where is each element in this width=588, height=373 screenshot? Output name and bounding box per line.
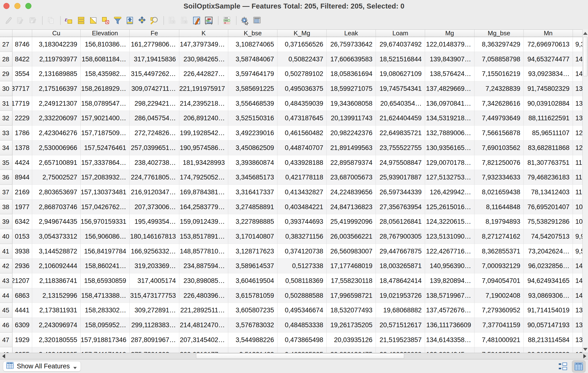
- table-cell[interactable]: 199,1928542…: [179, 126, 228, 140]
- table-cell[interactable]: 2229: [12, 111, 32, 126]
- table-cell[interactable]: 3,316417337: [228, 185, 277, 200]
- table-cell[interactable]: 0,393744693: [277, 214, 327, 229]
- table-cell[interactable]: 21207: [12, 273, 32, 288]
- table-cell[interactable]: 134,6143358…: [425, 332, 474, 347]
- table-cell[interactable]: 0,371656526: [277, 37, 327, 52]
- move-selection-to-top-icon[interactable]: [124, 15, 136, 26]
- table-cell[interactable]: 88,213114584: [524, 332, 573, 347]
- table-cell[interactable]: 93,0869306…: [524, 288, 573, 303]
- table-cell[interactable]: 17,558230118: [327, 273, 376, 288]
- table-cell[interactable]: 0,433928188: [277, 155, 327, 170]
- table-cell[interactable]: 1378: [12, 140, 32, 155]
- table-cell[interactable]: 24,847136823: [327, 200, 376, 215]
- table-cell[interactable]: 157,2083932…: [81, 170, 130, 185]
- table-cell[interactable]: 3,108274065: [228, 37, 277, 52]
- table-cell[interactable]: 78,13412403: [524, 185, 573, 200]
- table-view-button[interactable]: [572, 360, 586, 373]
- table-cell[interactable]: 1929: [12, 332, 32, 347]
- table-cell[interactable]: 88,111622591: [524, 111, 573, 126]
- table-cell[interactable]: 317,4005174: [130, 273, 179, 288]
- table-cell[interactable]: 24,975508847: [376, 155, 425, 170]
- table-cell[interactable]: 136,0970841…: [425, 96, 474, 111]
- table-cell[interactable]: 3,605807235: [228, 303, 277, 318]
- table-cell[interactable]: 275,7391093…: [130, 347, 179, 353]
- table-cell[interactable]: 0,484359039: [277, 96, 327, 111]
- table-cell[interactable]: 17,177468019: [327, 259, 376, 273]
- table-cell[interactable]: 72,696970613: [524, 37, 573, 52]
- table-cell[interactable]: 195,499354…: [130, 214, 179, 229]
- table-cell[interactable]: 7,821250076: [474, 155, 524, 170]
- row-number[interactable]: 38: [0, 200, 12, 215]
- table-cell[interactable]: 0,495036375: [277, 81, 327, 96]
- table-cell[interactable]: 2,332206097: [32, 111, 81, 126]
- table-cell[interactable]: 3,576783032: [228, 318, 277, 332]
- table-cell[interactable]: 166,9256332…: [130, 244, 179, 259]
- table-cell[interactable]: 0,502888588: [277, 288, 327, 303]
- row-number[interactable]: 45: [0, 303, 12, 318]
- table-cell[interactable]: 25,419992096: [327, 214, 376, 229]
- table-cell[interactable]: 3,450862509: [228, 140, 277, 155]
- table-cell[interactable]: 19,080627109: [376, 66, 425, 81]
- row-number[interactable]: 48: [0, 347, 12, 353]
- table-cell[interactable]: 3,128717623: [228, 244, 277, 259]
- table-cell[interactable]: 2,131689885: [32, 66, 81, 81]
- table-cell[interactable]: 8422: [12, 52, 32, 67]
- table-cell[interactable]: 315,4497262…: [130, 66, 179, 81]
- table-cell[interactable]: 19,261735205: [327, 318, 376, 332]
- table-cell[interactable]: 216,9120347…: [130, 185, 179, 200]
- table-cell[interactable]: 20,6540354…: [376, 96, 425, 111]
- table-cell[interactable]: 25,939017887: [376, 170, 425, 185]
- table-cell[interactable]: 226,480396…: [179, 288, 228, 303]
- table-cell[interactable]: 91,714154019: [524, 303, 573, 318]
- feature-filter-button[interactable]: Show All Features: [3, 361, 81, 372]
- table-cell[interactable]: 156,84197784: [81, 244, 130, 259]
- table-cell[interactable]: 8,363297429: [474, 37, 524, 52]
- table-cell[interactable]: 230,984265…: [179, 52, 228, 67]
- column-header-loam[interactable]: Loam: [376, 30, 425, 37]
- table-cell[interactable]: 7,481000921: [474, 332, 524, 347]
- table-cell[interactable]: 0,495346674: [277, 303, 327, 318]
- table-cell[interactable]: 181,93428993: [179, 155, 228, 170]
- table-cell[interactable]: 0,473187645: [277, 111, 327, 126]
- row-number[interactable]: 31: [0, 96, 12, 111]
- table-cell[interactable]: 287,8091967…: [130, 332, 179, 347]
- table-cell[interactable]: 20,139911743: [327, 111, 376, 126]
- table-cell[interactable]: 138,5719967…: [425, 288, 474, 303]
- table-cell[interactable]: 6863: [12, 288, 32, 303]
- table-cell[interactable]: 7,591335693: [474, 347, 524, 353]
- table-cell[interactable]: 2,175166397: [32, 81, 81, 96]
- column-header-clipped[interactable]: [12, 30, 32, 37]
- table-cell[interactable]: 156,970159331: [81, 214, 130, 229]
- table-cell[interactable]: 161,2779806…: [130, 37, 179, 52]
- table-cell[interactable]: 221,191975917: [179, 81, 228, 96]
- table-cell[interactable]: 23,687005673: [327, 170, 376, 185]
- table-cell[interactable]: 29,674037492: [376, 37, 425, 52]
- table-cell[interactable]: 3,544988226: [228, 332, 277, 347]
- table-cell[interactable]: 17,606639583: [327, 52, 376, 67]
- table-cell[interactable]: 22,649835721: [376, 126, 425, 140]
- table-cell[interactable]: 75,538291286: [524, 214, 573, 229]
- table-cell[interactable]: 3,144528872: [32, 244, 81, 259]
- table-cell[interactable]: 298,229421…: [130, 96, 179, 111]
- table-cell[interactable]: 3,589614537: [228, 259, 277, 273]
- table-cell[interactable]: 94,624934165: [524, 273, 573, 288]
- form-view-button[interactable]: [557, 361, 568, 372]
- table-cell[interactable]: 238,402738…: [130, 155, 179, 170]
- table-cell[interactable]: 85,96511107: [524, 126, 573, 140]
- table-cell[interactable]: 7,155016219: [474, 66, 524, 81]
- table-cell[interactable]: 18,058361694: [327, 66, 376, 81]
- vertical-scrollbar-thumb[interactable]: [583, 37, 588, 76]
- actions-icon[interactable]: [239, 15, 250, 26]
- table-cell[interactable]: 126,429942…: [425, 185, 474, 200]
- table-cell[interactable]: 0,448740707: [277, 140, 327, 155]
- table-cell[interactable]: 23,755522755: [376, 140, 425, 155]
- table-cell[interactable]: 22,895879374: [327, 155, 376, 170]
- table-cell[interactable]: 3,556468539: [228, 96, 277, 111]
- table-cell[interactable]: 7,342628616: [474, 96, 524, 111]
- row-number[interactable]: 43: [0, 273, 12, 288]
- table-cell[interactable]: 37717: [12, 81, 32, 96]
- table-cell[interactable]: 164,2583779…: [179, 200, 228, 215]
- table-cell[interactable]: 0,462805805: [277, 347, 327, 353]
- table-cell[interactable]: 136,111736609: [425, 318, 474, 332]
- row-number[interactable]: 27: [0, 37, 12, 52]
